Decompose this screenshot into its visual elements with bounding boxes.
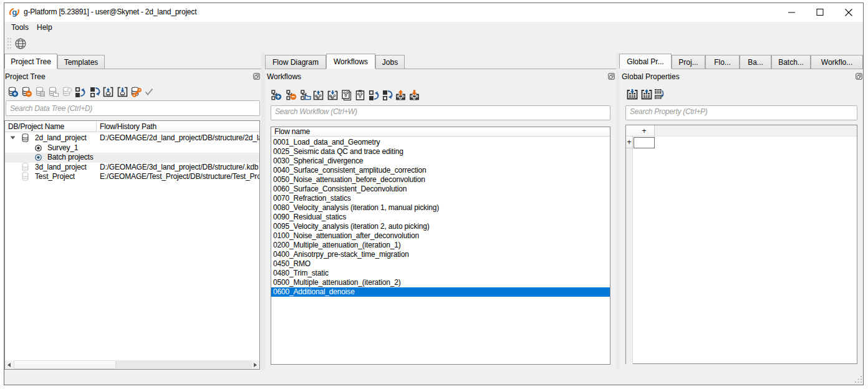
svg-text:g: g	[12, 7, 17, 17]
